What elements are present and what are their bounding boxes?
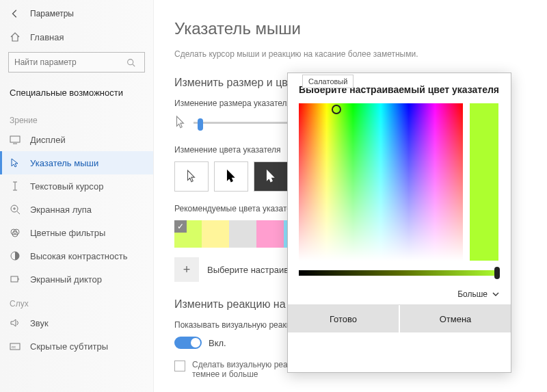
search-box[interactable]	[8, 52, 145, 73]
rec-color-0[interactable]: ✓	[174, 220, 202, 248]
pointer-inverted-option[interactable]	[254, 161, 288, 192]
home-label: Главная	[30, 32, 64, 42]
cursor-small-icon	[174, 115, 187, 130]
sidebar-item-magnifier[interactable]: Экранная лупа	[0, 198, 153, 221]
search-icon	[126, 58, 144, 67]
sidebar-item-label: Звук	[30, 318, 49, 328]
pointer-icon	[10, 157, 21, 168]
touch-feedback-toggle[interactable]	[174, 337, 202, 349]
sidebar-item-label: Цветные фильтры	[30, 228, 105, 238]
chevron-down-icon	[492, 290, 500, 298]
pointer-size-slider[interactable]	[194, 122, 289, 124]
slider-thumb[interactable]	[198, 118, 203, 131]
narrator-icon	[10, 274, 21, 285]
color-picker-popup: Выберите настраиваемый цвет указателя Бо…	[287, 73, 511, 373]
more-toggle[interactable]: Больше	[299, 289, 500, 299]
home-icon	[10, 31, 21, 42]
svg-line-1	[133, 64, 135, 66]
sidebar-item-captions[interactable]: cc Скрытые субтитры	[0, 335, 153, 358]
rec-color-1[interactable]	[202, 220, 229, 248]
svg-line-8	[17, 211, 20, 214]
group-hearing: Слух	[0, 291, 153, 311]
back-icon[interactable]	[10, 8, 21, 19]
sidebar: Параметры Главная Специальные возможност…	[0, 0, 154, 392]
rec-color-3[interactable]	[256, 220, 284, 248]
svg-rect-15	[11, 276, 18, 282]
color-filters-icon	[10, 227, 21, 238]
sidebar-item-label: Скрытые субтитры	[30, 341, 108, 352]
color-tooltip: Салатовый	[302, 75, 353, 88]
svg-rect-2	[10, 136, 20, 142]
color-preview	[470, 103, 498, 261]
audio-icon	[10, 317, 21, 328]
svg-point-0	[128, 59, 133, 64]
sidebar-home[interactable]: Главная	[0, 26, 153, 48]
svg-text:cc: cc	[12, 345, 16, 349]
sidebar-item-label: Высокая контрастность	[30, 251, 128, 261]
sidebar-item-display[interactable]: Дисплей	[0, 128, 153, 151]
pointer-white-option[interactable]	[174, 161, 209, 192]
group-vision: Зрение	[0, 107, 153, 128]
sidebar-item-audio[interactable]: Звук	[0, 311, 153, 335]
toggle-state: Вкл.	[209, 338, 226, 348]
captions-icon: cc	[10, 341, 21, 352]
sidebar-category: Специальные возможности	[0, 81, 153, 107]
magnifier-icon	[10, 204, 21, 215]
ok-button[interactable]: Готово	[288, 305, 399, 332]
plus-icon[interactable]: +	[174, 257, 199, 282]
sidebar-item-label: Экранная лупа	[30, 205, 92, 215]
check-icon: ✓	[174, 220, 187, 233]
search-input[interactable]	[9, 57, 126, 67]
sidebar-item-mouse-pointer[interactable]: Указатель мыши	[0, 151, 153, 174]
sidebar-item-label: Дисплей	[30, 135, 66, 145]
page-title: Указатель мыши	[174, 19, 526, 38]
text-cursor-icon	[10, 181, 21, 192]
color-gradient[interactable]	[299, 103, 463, 261]
value-slider-thumb[interactable]	[494, 267, 500, 279]
page-description: Сделать курсор мыши и реакцию на касание…	[174, 49, 526, 59]
contrast-icon	[10, 250, 21, 261]
sidebar-item-label: Текстовый курсор	[30, 181, 103, 192]
sidebar-item-label: Экранный диктор	[30, 274, 102, 285]
gradient-cursor[interactable]	[332, 105, 341, 114]
header-row: Параметры	[0, 5, 153, 26]
sidebar-item-narrator[interactable]: Экранный диктор	[0, 267, 153, 291]
cancel-button[interactable]: Отмена	[399, 305, 511, 332]
touch-darker-checkbox[interactable]	[174, 361, 185, 371]
sidebar-item-high-contrast[interactable]: Высокая контрастность	[0, 244, 153, 267]
sidebar-item-color-filters[interactable]: Цветные фильтры	[0, 221, 153, 244]
pointer-black-option[interactable]	[214, 161, 248, 192]
value-slider[interactable]	[299, 270, 500, 276]
app-title: Параметры	[30, 9, 74, 18]
display-icon	[10, 134, 21, 145]
sidebar-item-label: Указатель мыши	[30, 158, 98, 168]
more-label: Больше	[457, 289, 488, 299]
rec-color-2[interactable]	[229, 220, 256, 248]
popup-buttons: Готово Отмена	[288, 304, 511, 332]
sidebar-item-text-cursor[interactable]: Текстовый курсор	[0, 174, 153, 198]
